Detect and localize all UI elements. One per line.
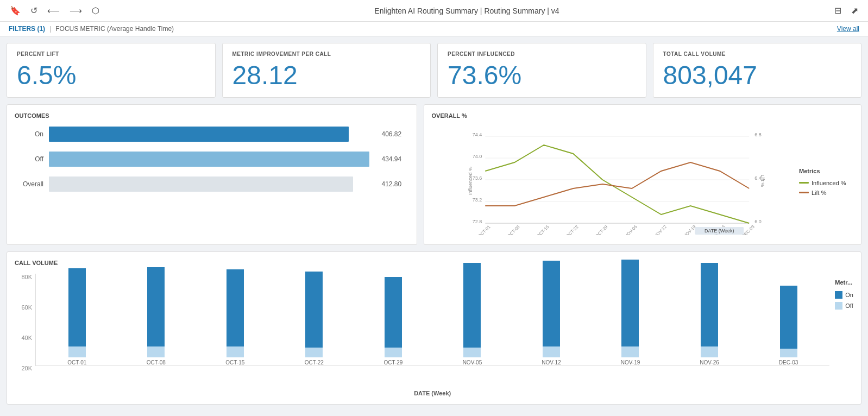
svg-text:6.0: 6.0 bbox=[754, 219, 762, 224]
legend-item-off: Off bbox=[835, 302, 853, 310]
filters-label[interactable]: FILTERS (1) bbox=[9, 25, 45, 33]
outcome-bar bbox=[49, 152, 369, 167]
bar-off-segment bbox=[463, 348, 481, 357]
top-bar-left-icons: 🔖 ↺ ⟵ ⟶ ⬡ bbox=[9, 4, 100, 17]
bar-group: DEC-03 bbox=[753, 274, 825, 365]
outcome-row: Overall412.80 bbox=[19, 177, 405, 192]
share-icon[interactable]: ⬈ bbox=[850, 4, 859, 17]
call-volume-title: CALL VOLUME bbox=[15, 260, 853, 266]
bar-group: OCT-29 bbox=[357, 274, 429, 365]
bar-on-segment bbox=[227, 269, 244, 346]
filter-bar: FILTERS (1) | FOCUS METRIC (Average Hand… bbox=[0, 22, 868, 36]
svg-text:NOV-12: NOV-12 bbox=[653, 224, 668, 235]
bookmark-icon[interactable]: 🔖 bbox=[9, 4, 22, 17]
overall-inner: 74.4 74.0 73.6 73.2 72.8 6.8 6.4 6.0 Inf… bbox=[432, 127, 853, 237]
outcome-bar bbox=[49, 177, 353, 192]
undo-icon[interactable]: ⟵ bbox=[46, 4, 61, 17]
svg-text:74.0: 74.0 bbox=[472, 154, 482, 159]
top-bar-right-icons: ⊟ ⬈ bbox=[833, 4, 859, 17]
middle-row: OUTCOMES On406.82Off434.94Overall412.80 … bbox=[7, 104, 861, 245]
bar-off-segment bbox=[68, 346, 86, 357]
top-bar: 🔖 ↺ ⟵ ⟶ ⬡ Enlighten AI Routing Summary |… bbox=[0, 0, 868, 22]
bar-x-label: OCT-08 bbox=[147, 360, 166, 365]
history-icon[interactable]: ↺ bbox=[29, 4, 39, 17]
bar-off-segment bbox=[701, 346, 718, 357]
bar-group: NOV-12 bbox=[515, 274, 587, 365]
bar-group: OCT-01 bbox=[41, 274, 113, 365]
overall-legend-title: Metrics bbox=[799, 168, 853, 174]
redo-icon[interactable]: ⟶ bbox=[68, 4, 83, 17]
svg-text:DATE (Week): DATE (Week) bbox=[704, 228, 734, 234]
call-volume-card: CALL VOLUME 80K 60K 40K 20K OCT-01OCT-08… bbox=[7, 251, 861, 405]
bar-x-label: NOV-26 bbox=[700, 360, 719, 365]
svg-text:OCT-08: OCT-08 bbox=[506, 224, 521, 235]
kpi-card-metric-improvement: METRIC IMPROVEMENT PER CALL 28.12 bbox=[222, 43, 431, 98]
view-all-button[interactable]: View all bbox=[837, 25, 859, 33]
svg-text:NOV-19: NOV-19 bbox=[682, 224, 697, 235]
bar-stack bbox=[780, 286, 797, 357]
overall-right: Metrics Influenced % Lift % bbox=[799, 127, 853, 237]
off-legend-icon bbox=[835, 302, 842, 310]
bar-x-label: OCT-29 bbox=[383, 360, 402, 365]
bar-x-label: DEC-03 bbox=[779, 360, 798, 365]
bar-x-label: NOV-12 bbox=[542, 360, 561, 365]
bar-on-segment bbox=[463, 263, 481, 348]
svg-text:OCT-29: OCT-29 bbox=[594, 224, 609, 235]
bar-off-segment bbox=[543, 346, 560, 357]
outcome-label: On bbox=[19, 130, 43, 138]
kpi-value-percent-influenced: 73.6% bbox=[448, 62, 636, 89]
kpi-value-percent-lift: 6.5% bbox=[17, 62, 205, 89]
outcome-label: Off bbox=[19, 155, 43, 163]
legend-item-lift: Lift % bbox=[799, 190, 853, 196]
bar-on-segment bbox=[701, 263, 718, 346]
overall-svg-wrap: 74.4 74.0 73.6 73.2 72.8 6.8 6.4 6.0 Inf… bbox=[432, 127, 795, 237]
influenced-legend-icon bbox=[799, 182, 809, 184]
svg-text:NOV-05: NOV-05 bbox=[624, 224, 638, 235]
bar-off-segment bbox=[780, 349, 797, 357]
outcomes-chart: On406.82Off434.94Overall412.80 bbox=[15, 127, 409, 192]
bar-stack bbox=[543, 261, 560, 357]
svg-text:OCT-01: OCT-01 bbox=[477, 224, 492, 235]
kpi-value-metric-improvement: 28.12 bbox=[232, 62, 421, 89]
bar-stack bbox=[463, 263, 481, 357]
bar-on-segment bbox=[543, 261, 560, 346]
overall-title: OVERALL % bbox=[432, 112, 853, 119]
kpi-label-percent-lift: PERCENT LIFT bbox=[17, 51, 205, 57]
svg-text:74.4: 74.4 bbox=[472, 132, 482, 137]
filter-icon[interactable]: ⊟ bbox=[833, 4, 842, 17]
bar-off-segment bbox=[305, 348, 323, 357]
overall-line-chart: 74.4 74.0 73.6 73.2 72.8 6.8 6.4 6.0 Inf… bbox=[432, 127, 795, 235]
svg-text:Lift %: Lift % bbox=[760, 175, 765, 187]
bar-on-segment bbox=[780, 286, 797, 349]
on-legend-icon bbox=[835, 291, 842, 299]
outcomes-card: OUTCOMES On406.82Off434.94Overall412.80 bbox=[7, 104, 417, 245]
outcome-row: On406.82 bbox=[19, 127, 405, 142]
bar-stack bbox=[385, 277, 402, 357]
outcome-value: 406.82 bbox=[382, 130, 405, 138]
bar-stack bbox=[227, 269, 244, 357]
bar-x-label: OCT-01 bbox=[67, 360, 86, 365]
bar-group: OCT-08 bbox=[121, 274, 192, 365]
outcome-bar-wrap bbox=[49, 127, 373, 142]
kpi-card-percent-influenced: PERCENT INFLUENCED 73.6% bbox=[437, 43, 646, 98]
kpi-card-total-call-volume: TOTAL CALL VOLUME 803,047 bbox=[653, 43, 862, 98]
bar-group: NOV-19 bbox=[595, 274, 666, 365]
bar-on-segment bbox=[385, 277, 402, 348]
outcome-row: Off434.94 bbox=[19, 152, 405, 167]
call-volume-legend-title: Metr... bbox=[835, 279, 853, 286]
svg-text:72.8: 72.8 bbox=[472, 219, 482, 224]
kpi-label-metric-improvement: METRIC IMPROVEMENT PER CALL bbox=[232, 51, 421, 57]
export-icon[interactable]: ⬡ bbox=[91, 4, 100, 17]
bar-group: OCT-22 bbox=[279, 274, 350, 365]
x-axis-title: DATE (Week) bbox=[35, 390, 829, 396]
svg-text:6.8: 6.8 bbox=[754, 132, 762, 137]
influenced-legend-label: Influenced % bbox=[812, 180, 846, 186]
kpi-value-total-call-volume: 803,047 bbox=[663, 62, 852, 89]
filter-separator: | bbox=[49, 25, 51, 33]
filter-left: FILTERS (1) | FOCUS METRIC (Average Hand… bbox=[9, 25, 174, 33]
call-volume-chart: 80K 60K 40K 20K OCT-01OCT-08OCT-15OCT-22… bbox=[15, 274, 829, 396]
kpi-label-total-call-volume: TOTAL CALL VOLUME bbox=[663, 51, 852, 57]
bar-stack bbox=[305, 272, 323, 357]
page-title: Enlighten AI Routing Summary | Routing S… bbox=[100, 7, 833, 15]
outcomes-title: OUTCOMES bbox=[15, 112, 409, 119]
